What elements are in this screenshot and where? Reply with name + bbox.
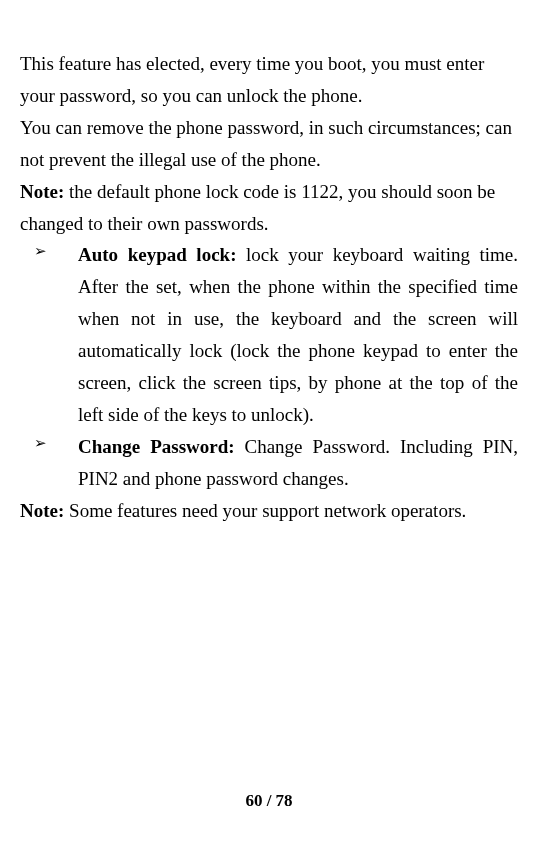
bullet-marker-icon: ➢: [34, 431, 47, 456]
paragraph-1: This feature has elected, every time you…: [20, 48, 518, 112]
bullet-item-2: ➢ Change Password: Change Password. Incl…: [20, 431, 518, 495]
bullet-1-label: Auto keypad lock:: [78, 244, 236, 265]
bullet-2-label: Change Password:: [78, 436, 235, 457]
document-content: This feature has elected, every time you…: [20, 48, 518, 527]
bullet-1-text: lock your keyboard waiting time. After t…: [78, 244, 518, 425]
bullet-item-1: ➢ Auto keypad lock: lock your keyboard w…: [20, 239, 518, 430]
note-1-label: Note:: [20, 181, 64, 202]
page-number: 60 / 78: [0, 787, 538, 816]
note-2: Note: Some features need your support ne…: [20, 495, 518, 527]
paragraph-2: You can remove the phone password, in su…: [20, 112, 518, 176]
note-1: Note: the default phone lock code is 112…: [20, 176, 518, 240]
note-2-label: Note:: [20, 500, 64, 521]
note-2-text: Some features need your support network …: [64, 500, 466, 521]
bullet-marker-icon: ➢: [34, 239, 47, 264]
note-1-text: the default phone lock code is 1122, you…: [20, 181, 495, 234]
